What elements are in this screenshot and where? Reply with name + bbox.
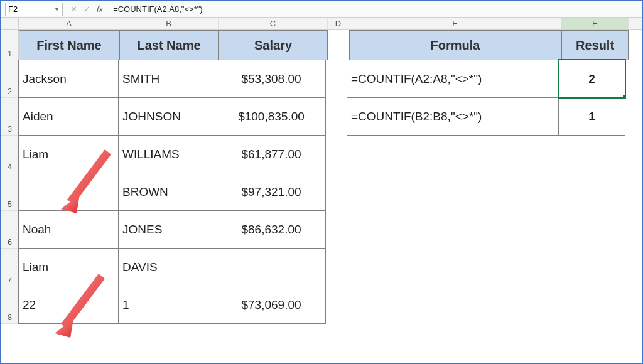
confirm-icon[interactable]: ✓ [84,4,90,14]
cell-b5[interactable]: BROWN [118,173,217,211]
row-header[interactable]: 5 [1,173,19,211]
col-header-c[interactable]: C [219,18,328,29]
cell-c2[interactable]: $53,308.00 [217,60,326,98]
row-2: 2 Jackson SMITH $53,308.00 =COUNTIF(A2:A… [1,60,642,98]
col-header-d[interactable]: D [328,18,349,29]
row-header[interactable]: 6 [1,211,19,249]
row-6: 6 Noah JONES $86,632.00 [1,211,642,249]
cancel-icon[interactable]: ✕ [70,4,77,14]
fx-icon[interactable]: fx [97,4,103,14]
col-header-f[interactable]: F [561,18,629,29]
cell-c6[interactable]: $86,632.00 [217,210,326,249]
header-result[interactable]: Result [561,30,629,60]
cell-e8[interactable] [347,286,559,324]
cell-b4[interactable]: WILLIAMS [118,135,217,173]
cell-f4[interactable] [559,136,627,173]
formula-bar: F2 ▼ ✕ ✓ fx =COUNTIF(A2:A8,"<>*") [1,1,642,18]
col-header-a[interactable]: A [19,18,119,29]
cell-d5[interactable] [326,173,347,211]
cell-e4[interactable] [347,136,559,173]
row-8: 8 22 1 $73,069.00 [1,286,642,324]
grid: 1 First Name Last Name Salary Formula Re… [1,30,642,324]
cell-a6[interactable]: Noah [18,210,119,249]
cell-b7[interactable]: DAVIS [118,248,217,286]
row-3: 3 Aiden JOHNSON $100,835.00 =COUNTIF(B2:… [1,98,642,136]
cell-c5[interactable]: $97,321.00 [217,173,326,211]
cell-d1[interactable] [328,30,349,60]
name-box-value: F2 [8,4,18,14]
cell-f5[interactable] [559,173,627,211]
header-last-name[interactable]: Last Name [119,30,219,60]
formula-bar-buttons: ✕ ✓ fx [64,4,109,14]
cell-b6[interactable]: JONES [118,210,217,249]
cell-c3[interactable]: $100,835.00 [217,97,326,136]
cell-f3[interactable]: 1 [558,97,625,136]
cell-a3[interactable]: Aiden [18,97,119,136]
cell-c7[interactable] [217,248,326,286]
col-header-e[interactable]: E [349,18,561,29]
row-4: 4 Liam WILLIAMS $61,877.00 [1,136,642,173]
cell-d6[interactable] [326,211,347,249]
cell-c8[interactable]: $73,069.00 [217,286,326,324]
cell-d3[interactable] [326,98,347,136]
row-header[interactable]: 3 [1,98,19,136]
cell-e2[interactable]: =COUNTIF(A2:A8,"<>*") [347,60,559,98]
cell-e5[interactable] [347,173,559,211]
row-header[interactable]: 2 [1,60,19,98]
cell-e7[interactable] [347,249,559,286]
column-headers: A B C D E F [1,18,642,30]
cell-d7[interactable] [326,249,347,286]
cell-a5[interactable] [18,173,119,211]
cell-b2[interactable]: SMITH [118,60,217,98]
cell-d8[interactable] [326,286,347,324]
row-header[interactable]: 7 [1,249,19,286]
header-first-name[interactable]: First Name [19,30,119,60]
header-salary[interactable]: Salary [219,30,328,60]
row-header[interactable]: 4 [1,136,19,173]
formula-input[interactable]: =COUNTIF(A2:A8,"<>*") [109,4,642,14]
row-header[interactable]: 8 [1,286,19,324]
cell-f2[interactable]: 2 [558,60,625,98]
name-box[interactable]: F2 ▼ [5,3,63,16]
cell-f8[interactable] [559,286,627,324]
cell-f7[interactable] [559,249,627,286]
row-1: 1 First Name Last Name Salary Formula Re… [1,30,642,60]
select-all-corner[interactable] [1,18,19,29]
cell-a8[interactable]: 22 [18,286,119,324]
cell-d4[interactable] [326,136,347,173]
cell-e6[interactable] [347,211,559,249]
cell-f6[interactable] [559,211,627,249]
cell-a7[interactable]: Liam [18,248,119,286]
cell-b8[interactable]: 1 [118,286,217,324]
chevron-down-icon[interactable]: ▼ [54,6,60,13]
cell-c4[interactable]: $61,877.00 [217,135,326,173]
row-7: 7 Liam DAVIS [1,249,642,286]
cell-d2[interactable] [326,60,347,98]
row-header[interactable]: 1 [1,30,19,60]
col-header-b[interactable]: B [119,18,219,29]
cell-b3[interactable]: JOHNSON [118,97,217,136]
cell-e3[interactable]: =COUNTIF(B2:B8,"<>*") [347,97,559,136]
spreadsheet: A B C D E F 1 First Name Last Name Salar… [1,18,642,324]
cell-a2[interactable]: Jackson [18,60,119,98]
row-5: 5 BROWN $97,321.00 [1,173,642,211]
header-formula[interactable]: Formula [349,30,561,60]
cell-a4[interactable]: Liam [18,135,119,173]
